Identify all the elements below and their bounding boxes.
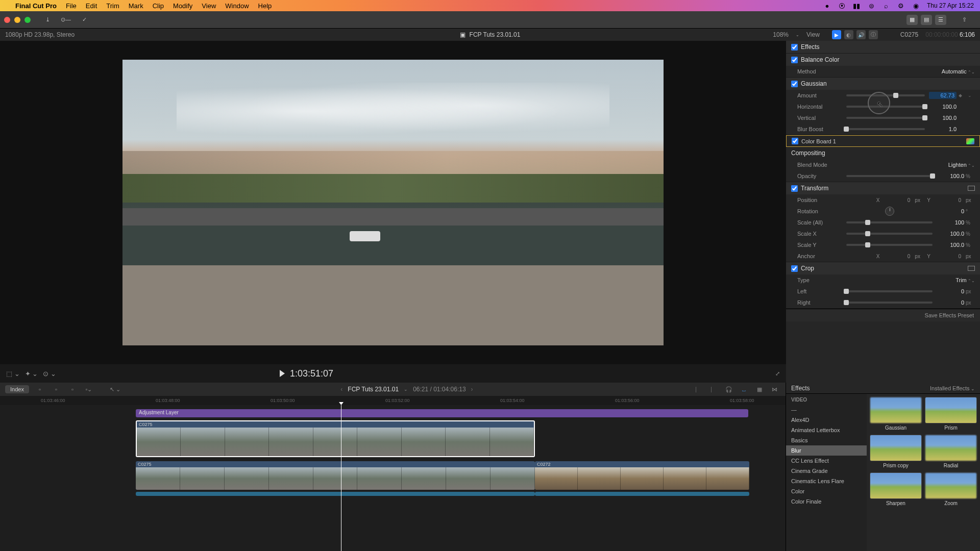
video-inspector-icon[interactable]: ▶: [832, 30, 841, 39]
anchor-x-value[interactable]: 0: [883, 254, 910, 259]
amount-reset-icon[interactable]: ⌄: [968, 93, 975, 98]
keyword-button[interactable]: ⊙―: [59, 15, 72, 25]
connect-icon[interactable]: ▫⌄: [83, 385, 94, 394]
balance-color-header[interactable]: Balance Color: [786, 54, 980, 66]
vertical-value[interactable]: 100.0: [929, 115, 957, 121]
scaleall-value[interactable]: 100: [937, 219, 964, 226]
zoom-level[interactable]: 108%: [773, 31, 789, 38]
maximize-button[interactable]: [24, 17, 31, 23]
fx-item-prism[interactable]: Prism: [925, 397, 977, 431]
zoom-chevron-icon[interactable]: ⌄: [796, 33, 799, 37]
scalex-slider[interactable]: [846, 233, 933, 235]
fx-cat-item[interactable]: Alex4D: [786, 415, 867, 425]
browser-layout-icon[interactable]: ▦: [906, 15, 918, 25]
info-inspector-icon[interactable]: ⓘ: [869, 30, 878, 39]
pos-y-value[interactable]: 0: [934, 197, 961, 203]
fx-item-prism-copy[interactable]: Prism copy: [870, 435, 922, 468]
play-button[interactable]: [280, 370, 285, 377]
effects-checkbox[interactable]: [791, 44, 798, 51]
blurboost-slider[interactable]: [846, 128, 925, 130]
app-menu[interactable]: Final Cut Pro: [15, 2, 57, 10]
view-menu[interactable]: View: [806, 31, 820, 38]
import-button[interactable]: ⤓: [41, 15, 54, 25]
transform-header[interactable]: Transform: [786, 182, 980, 194]
siri-icon[interactable]: ◉: [912, 2, 920, 10]
timeline-ruler[interactable]: 01:03:46:00 01:03:48:00 01:03:50:00 01:0…: [0, 396, 786, 405]
blend-dropdown[interactable]: Lighten: [948, 162, 975, 168]
skimming-icon[interactable]: ⎸: [693, 385, 704, 394]
audio-skim-icon[interactable]: ⎸: [708, 385, 719, 394]
snap-icon[interactable]: ⎵: [739, 385, 750, 394]
rotation-value[interactable]: 0: [937, 208, 964, 214]
timeline-prev-icon[interactable]: ‹: [340, 386, 342, 393]
scaleall-slider[interactable]: [846, 221, 933, 223]
menu-mark[interactable]: Mark: [129, 2, 143, 10]
transform-checkbox[interactable]: [791, 185, 798, 192]
vertical-slider[interactable]: [846, 117, 925, 119]
fx-cat-item[interactable]: Cinematic Lens Flare: [786, 476, 867, 486]
fx-item-radial[interactable]: Radial: [925, 435, 977, 468]
fx-cat-item[interactable]: Color Finale: [786, 496, 867, 507]
arrow-tool-icon[interactable]: ↖ ⌄: [110, 385, 121, 394]
fx-cat-item[interactable]: Animated Letterbox: [786, 425, 867, 435]
transform-tool-icon[interactable]: ⬚ ⌄: [6, 370, 20, 378]
menu-edit[interactable]: Edit: [86, 2, 97, 10]
fx-cat-item[interactable]: Basics: [786, 435, 867, 445]
fx-item-zoom[interactable]: Zoom: [925, 472, 977, 506]
color-board-row[interactable]: Color Board 1: [786, 135, 980, 147]
crop-type-dropdown[interactable]: Trim: [955, 277, 975, 283]
menu-trim[interactable]: Trim: [106, 2, 119, 10]
solo-icon[interactable]: 🎧: [723, 385, 734, 394]
crop-checkbox[interactable]: [791, 265, 798, 272]
crop-right-slider[interactable]: [846, 302, 933, 304]
fx-browser-icon[interactable]: ▦: [754, 385, 765, 394]
blurboost-value[interactable]: 1.0: [929, 126, 957, 132]
menu-view[interactable]: View: [202, 2, 216, 10]
scaley-slider[interactable]: [846, 244, 933, 246]
save-preset-button[interactable]: Save Effects Preset: [786, 309, 980, 321]
color-inspector-icon[interactable]: ◐: [844, 30, 853, 39]
anchor-y-value[interactable]: 0: [934, 254, 961, 259]
fx-cat-item[interactable]: Cinema Grade: [786, 466, 867, 476]
fx-cat-item[interactable]: ---: [786, 405, 867, 415]
pos-x-value[interactable]: 0: [883, 197, 910, 203]
menu-file[interactable]: File: [66, 2, 77, 10]
enhance-tool-icon[interactable]: ✦ ⌄: [25, 370, 38, 378]
timeline-layout-icon[interactable]: ▤: [921, 15, 932, 25]
menubar-clock[interactable]: Thu 27 Apr 15:22: [927, 2, 974, 9]
horizontal-value[interactable]: 100.0: [929, 104, 957, 110]
fx-item-sharpen[interactable]: Sharpen: [870, 472, 922, 506]
method-dropdown[interactable]: Automatic: [942, 68, 975, 74]
audio-clip-1[interactable]: [136, 492, 535, 496]
share-button[interactable]: ⇪: [958, 15, 971, 25]
crop-left-value[interactable]: 0: [937, 288, 964, 294]
opacity-slider[interactable]: [846, 175, 933, 177]
spotlight-icon[interactable]: ⌕: [883, 2, 890, 10]
timeline-tracks[interactable]: Adjustment Layer C0275 C0275 C0272: [0, 405, 786, 551]
append-icon[interactable]: ▫: [51, 385, 62, 394]
colorboard-wheel-icon[interactable]: [966, 138, 974, 144]
render-button[interactable]: ✓: [78, 15, 91, 25]
crop-right-value[interactable]: 0: [937, 299, 964, 306]
gaussian-header[interactable]: Gaussian: [786, 78, 980, 90]
timeline-name[interactable]: FCP Tuts 23.01.01: [348, 386, 399, 393]
scalex-value[interactable]: 100.0: [937, 231, 964, 237]
wifi-icon[interactable]: ⊚: [868, 2, 875, 10]
battery-icon[interactable]: ▮▮: [853, 2, 861, 10]
menu-clip[interactable]: Clip: [153, 2, 164, 10]
rotation-dial[interactable]: [885, 207, 894, 216]
playhead[interactable]: [341, 405, 341, 551]
menu-help[interactable]: Help: [258, 2, 272, 10]
close-button[interactable]: [4, 17, 10, 23]
adjustment-layer-clip[interactable]: Adjustment Layer: [136, 409, 748, 417]
amount-value[interactable]: 62.73: [929, 92, 957, 99]
inspector-layout-icon[interactable]: ☰: [935, 15, 946, 25]
crop-left-slider[interactable]: [846, 290, 933, 292]
gaussian-checkbox[interactable]: [791, 81, 798, 87]
balance-checkbox[interactable]: [791, 57, 798, 63]
horizontal-slider[interactable]: [846, 106, 925, 108]
colorboard-checkbox[interactable]: [792, 138, 798, 144]
audio-clip-2[interactable]: [535, 492, 749, 496]
transitions-icon[interactable]: ⋈: [769, 385, 780, 394]
crop-header[interactable]: Crop: [786, 262, 980, 274]
